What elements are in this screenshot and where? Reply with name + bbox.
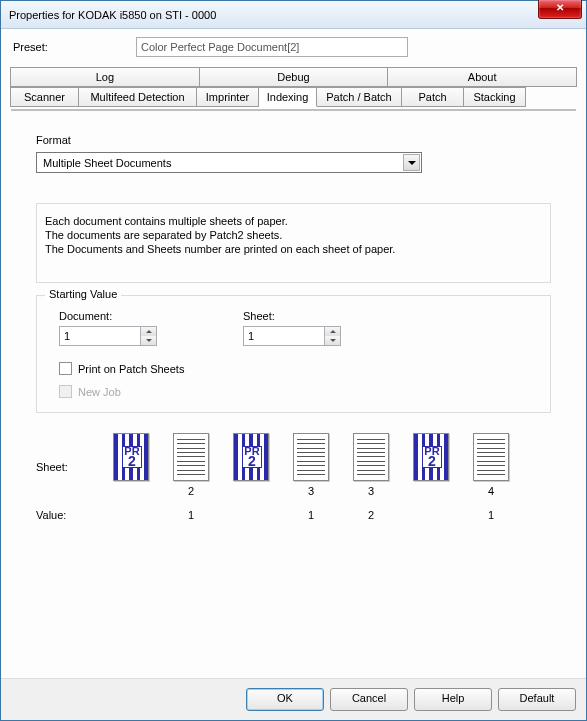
help-button[interactable]: Help (414, 688, 492, 711)
tab-debug[interactable]: Debug (200, 67, 389, 87)
document-sheet-icon (173, 433, 209, 481)
sheet-thumb: PR2 (222, 433, 280, 499)
dropdown-arrow-icon[interactable] (403, 154, 420, 171)
spin-down-icon[interactable] (325, 336, 340, 345)
sheet-start-label: Sheet: (243, 310, 341, 322)
sheet-thumbnails: PR22PR233PR24 (102, 433, 520, 499)
desc-line-3: The Documents and Sheets number are prin… (45, 242, 542, 256)
default-button[interactable]: Default (498, 688, 576, 711)
patch-sheet-icon: PR2 (413, 433, 449, 481)
sheet-number: 3 (308, 485, 314, 499)
value-row-label: Value: (36, 509, 102, 523)
preset-label: Preset: (11, 41, 136, 53)
desc-line-1: Each document contains multiple sheets o… (45, 214, 542, 228)
document-sheet-icon (293, 433, 329, 481)
value-number: 1 (462, 509, 520, 523)
sheet-thumb: 3 (282, 433, 340, 499)
document-spinner[interactable] (59, 326, 157, 346)
preset-row: Preset: (11, 37, 576, 57)
spin-up-icon[interactable] (141, 327, 156, 336)
value-preview-row: Value: 1121 (36, 509, 551, 523)
print-patch-label: Print on Patch Sheets (78, 363, 184, 375)
close-button[interactable]: ✕ (538, 0, 582, 19)
value-number: 1 (162, 509, 220, 523)
document-sheet-icon (353, 433, 389, 481)
sheet-input[interactable] (243, 326, 325, 346)
patch-sheet-icon: PR2 (233, 433, 269, 481)
cancel-button[interactable]: Cancel (330, 688, 408, 711)
tab-indexing[interactable]: Indexing (259, 87, 317, 107)
dialog-body: Preset: Log Debug About Scanner Multifee… (1, 29, 586, 678)
patch-sheet-icon: PR2 (113, 433, 149, 481)
properties-dialog: Properties for KODAK i5850 on STI - 0000… (0, 0, 587, 721)
sheet-spinner[interactable] (243, 326, 341, 346)
sheet-thumb: 3 (342, 433, 400, 499)
document-input[interactable] (59, 326, 141, 346)
sheet-row-label: Sheet: (36, 433, 102, 473)
tab-container: Log Debug About Scanner Multifeed Detect… (11, 107, 576, 668)
tab-about[interactable]: About (388, 67, 577, 87)
document-sheet-icon (473, 433, 509, 481)
tab-multifeed[interactable]: Multifeed Detection (79, 87, 197, 107)
spin-up-icon[interactable] (325, 327, 340, 336)
sheet-thumb: PR2 (402, 433, 460, 499)
sheet-thumb: 2 (162, 433, 220, 499)
window-title: Properties for KODAK i5850 on STI - 0000 (9, 9, 216, 21)
tab-patch[interactable]: Patch (402, 87, 464, 107)
button-bar: OK Cancel Help Default (1, 678, 586, 720)
sheet-number: 4 (488, 485, 494, 499)
value-number: 1 (282, 509, 340, 523)
print-patch-checkbox[interactable] (59, 362, 72, 375)
sheet-number: 3 (368, 485, 374, 499)
sheet-number: 2 (188, 485, 194, 499)
sheet-thumb: 4 (462, 433, 520, 499)
sheet-preview-row: Sheet: PR22PR233PR24 (36, 433, 551, 499)
value-number (102, 509, 160, 523)
tab-imprinter[interactable]: Imprinter (197, 87, 259, 107)
group-title: Starting Value (45, 288, 121, 300)
new-job-label: New Job (78, 386, 121, 398)
tab-scanner[interactable]: Scanner (10, 87, 79, 107)
tab-stacking[interactable]: Stacking (464, 87, 526, 107)
document-label: Document: (59, 310, 157, 322)
print-patch-row[interactable]: Print on Patch Sheets (59, 362, 536, 375)
format-dropdown[interactable]: Multiple Sheet Documents (36, 152, 422, 173)
indexing-panel: Format Multiple Sheet Documents Each doc… (12, 110, 575, 144)
value-number: 2 (342, 509, 400, 523)
ok-button[interactable]: OK (246, 688, 324, 711)
format-label: Format (36, 134, 551, 146)
tab-row-upper: Log Debug About (10, 67, 577, 87)
tab-panel: Format Multiple Sheet Documents Each doc… (11, 109, 576, 111)
tab-log[interactable]: Log (10, 67, 200, 87)
value-number (222, 509, 280, 523)
new-job-row: New Job (59, 385, 536, 398)
format-value: Multiple Sheet Documents (43, 157, 171, 169)
sheet-thumb: PR2 (102, 433, 160, 499)
preset-input[interactable] (136, 37, 408, 57)
titlebar[interactable]: Properties for KODAK i5850 on STI - 0000… (1, 1, 586, 29)
value-number (402, 509, 460, 523)
desc-line-2: The documents are separated by Patch2 sh… (45, 228, 542, 242)
tab-row-lower: Scanner Multifeed Detection Imprinter In… (10, 87, 577, 107)
new-job-checkbox (59, 385, 72, 398)
spin-down-icon[interactable] (141, 336, 156, 345)
tab-patch-batch[interactable]: Patch / Batch (317, 87, 402, 107)
starting-value-group: Starting Value Document: (36, 295, 551, 413)
value-numbers: 1121 (102, 509, 520, 523)
description-box: Each document contains multiple sheets o… (36, 203, 551, 283)
